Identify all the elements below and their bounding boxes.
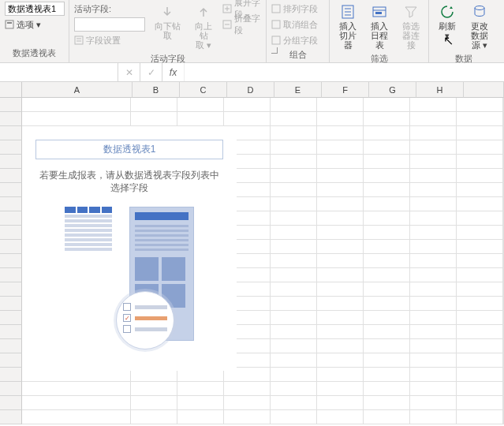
cell[interactable] (364, 325, 410, 339)
row-header[interactable] (0, 197, 22, 211)
cell[interactable] (271, 339, 317, 353)
cell[interactable] (410, 339, 457, 353)
cell[interactable] (177, 382, 224, 396)
cell[interactable] (410, 98, 457, 112)
cell[interactable] (131, 410, 177, 424)
row-header[interactable] (0, 240, 22, 254)
cell[interactable] (271, 311, 317, 325)
cell[interactable] (364, 282, 410, 297)
column-header[interactable]: E (274, 82, 322, 98)
group-selection-button[interactable]: 排列字段 (271, 2, 318, 16)
cell[interactable] (457, 311, 503, 325)
cell[interactable] (271, 325, 317, 339)
cell[interactable] (131, 112, 177, 126)
cell[interactable] (410, 353, 457, 368)
cell[interactable] (364, 396, 410, 410)
row-headers[interactable] (0, 98, 22, 426)
cell[interactable] (271, 197, 317, 211)
row-header[interactable] (0, 98, 22, 112)
cell[interactable] (22, 98, 131, 112)
column-header[interactable]: C (180, 82, 227, 98)
cell[interactable] (410, 226, 457, 240)
cell[interactable] (364, 126, 410, 140)
cell[interactable] (271, 126, 317, 140)
cell[interactable] (457, 126, 503, 140)
cell[interactable] (317, 254, 364, 268)
cell[interactable] (22, 382, 131, 396)
cell[interactable] (317, 282, 364, 297)
cell[interactable] (271, 410, 317, 424)
cell[interactable] (457, 339, 503, 353)
cell[interactable] (177, 396, 224, 410)
cell[interactable] (410, 254, 457, 268)
cell[interactable] (317, 297, 364, 311)
cell[interactable] (317, 140, 364, 155)
cell[interactable] (364, 268, 410, 282)
cell[interactable] (224, 98, 271, 112)
group-field-button[interactable]: 分组字段 (271, 33, 318, 47)
cell[interactable] (364, 311, 410, 325)
cell[interactable] (317, 211, 364, 226)
cell[interactable] (271, 155, 317, 169)
cell[interactable] (177, 410, 224, 424)
cell[interactable] (410, 197, 457, 211)
row-header[interactable] (0, 268, 22, 282)
row-header[interactable] (0, 325, 22, 339)
cell[interactable] (177, 112, 224, 126)
cell[interactable] (410, 282, 457, 297)
cell[interactable] (317, 155, 364, 169)
cell[interactable] (224, 410, 271, 424)
cell[interactable] (457, 140, 503, 155)
cell[interactable] (364, 211, 410, 226)
cell[interactable] (410, 211, 457, 226)
column-header[interactable]: D (227, 82, 274, 98)
cell[interactable] (364, 155, 410, 169)
cell[interactable] (271, 282, 317, 297)
cell[interactable] (457, 282, 503, 297)
cell[interactable] (364, 140, 410, 155)
cell[interactable] (224, 382, 271, 396)
row-header[interactable] (0, 410, 22, 424)
cell[interactable] (364, 254, 410, 268)
cell[interactable] (271, 254, 317, 268)
cell[interactable] (410, 183, 457, 197)
cell[interactable] (317, 353, 364, 368)
cell[interactable] (410, 297, 457, 311)
cell[interactable] (317, 112, 364, 126)
cell[interactable] (224, 396, 271, 410)
cell[interactable] (457, 353, 503, 368)
cell[interactable] (317, 396, 364, 410)
cell[interactable] (457, 396, 503, 410)
cell[interactable] (457, 197, 503, 211)
cell[interactable] (457, 226, 503, 240)
cell[interactable] (271, 297, 317, 311)
row-header[interactable] (0, 169, 22, 183)
cell[interactable] (410, 155, 457, 169)
cell[interactable] (410, 112, 457, 126)
cell[interactable] (271, 140, 317, 155)
cell[interactable] (457, 297, 503, 311)
cell[interactable] (317, 311, 364, 325)
cell[interactable] (22, 112, 131, 126)
cell[interactable] (364, 410, 410, 424)
drillup-button[interactable]: 向上钻 取 ▾ (190, 2, 218, 51)
row-header[interactable] (0, 126, 22, 140)
cell[interactable] (271, 183, 317, 197)
cell[interactable] (271, 211, 317, 226)
cell[interactable] (364, 339, 410, 353)
cell[interactable] (410, 368, 457, 382)
cell[interactable] (317, 382, 364, 396)
cell[interactable] (317, 126, 364, 140)
ungroup-button[interactable]: 取消组合 (271, 17, 318, 32)
cell[interactable] (271, 169, 317, 183)
cell[interactable] (317, 169, 364, 183)
cell[interactable] (410, 410, 457, 424)
cell[interactable] (457, 254, 503, 268)
cell[interactable] (271, 353, 317, 368)
pivottable-name-input[interactable] (5, 2, 65, 16)
cell[interactable] (364, 240, 410, 254)
cell[interactable] (271, 268, 317, 282)
cell[interactable] (457, 155, 503, 169)
insert-slicer-button[interactable]: 插入 切片器 (334, 2, 361, 51)
activefield-input[interactable] (74, 17, 145, 32)
